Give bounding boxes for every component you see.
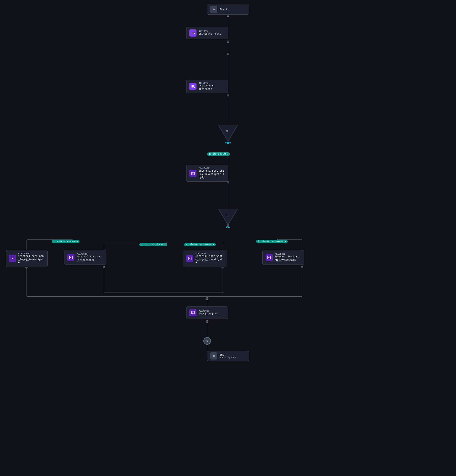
utility2-icon — [189, 83, 197, 90]
playbook-win2-name: internal_host_winrm_investigate — [275, 255, 301, 262]
utility1-name: enumerate hosts — [199, 33, 221, 36]
svg-point-31 — [227, 94, 229, 96]
playbook-win1-labels: PLAYBOOK internal_host_winrm_log4j_inves… — [195, 252, 224, 264]
badge-unix2[interactable]: 1: unix_or_unknown ▼ — [139, 243, 167, 246]
badge-hosts-exist-arrow: ▼ — [227, 153, 228, 155]
start-icon — [210, 6, 217, 13]
start-label: Start — [219, 8, 228, 11]
playbook-respond-node[interactable]: PLAYBOOK log4j_respond — [186, 306, 228, 319]
svg-point-33 — [225, 142, 226, 144]
filter2-dot1 — [226, 227, 227, 228]
playbook-respond-labels: PLAYBOOK log4j_respond — [199, 310, 218, 316]
filter1-node[interactable]: ⊟ — [218, 125, 238, 142]
utility2-labels: UTILITY create host artifacts — [199, 82, 225, 91]
playbook-ssh2-node[interactable]: PLAYBOOK internal_host_ssh_investigate — [64, 250, 106, 265]
playbook-ssh1-node[interactable]: PLAYBOOK internal_host_ssh_log4j_investi… — [6, 250, 48, 267]
svg-point-51 — [194, 87, 195, 88]
playbook-ssh1-labels: PLAYBOOK internal_host_ssh_log4j_investi… — [18, 252, 44, 264]
playbook-ssh1-type: PLAYBOOK — [18, 252, 44, 255]
playbook-ssh1-icon — [9, 255, 16, 262]
end-subtitle: Unconfigured — [219, 356, 236, 359]
playbook-win2-type: PLAYBOOK — [275, 253, 301, 255]
svg-point-39 — [103, 266, 105, 268]
badge-unix2-arrow: ▼ — [164, 244, 166, 246]
playbook-win2-labels: PLAYBOOK internal_host_winrm_investigate — [275, 253, 301, 262]
svg-point-34 — [227, 142, 229, 144]
playbook1-type: PLAYBOOK — [199, 167, 225, 170]
utility2-type: UTILITY — [199, 82, 225, 84]
badge-hosts-exist[interactable]: 1: hosts_exist ▼ — [207, 153, 230, 156]
start-node[interactable]: Start — [207, 4, 249, 15]
svg-point-29 — [227, 41, 229, 43]
playbook-win1-icon — [186, 255, 193, 262]
badge-unix1[interactable]: 1: unix_or_unknown ▼ — [52, 240, 79, 243]
utility1-icon — [189, 29, 197, 36]
filter1-icon: ⊟ — [226, 129, 228, 134]
utility2-name: create host artifacts — [199, 84, 225, 91]
utility2-node[interactable]: UTILITY create host artifacts — [186, 80, 228, 93]
playbook-win1-node[interactable]: PLAYBOOK internal_host_winrm_log4j_inves… — [183, 250, 227, 267]
badge-win1[interactable]: 2: windows_or_unknown ▼ — [184, 243, 216, 246]
playbook-win2-node[interactable]: PLAYBOOK internal_host_winrm_investigate — [262, 250, 304, 265]
playbook1-icon — [189, 170, 197, 177]
badge-unix2-label: 1: unix_or_unknown — [141, 243, 164, 246]
playbook-win2-icon — [265, 254, 273, 261]
utility1-node[interactable]: UTILITY enumerate hosts — [186, 27, 228, 39]
playbook-ssh1-name: internal_host_ssh_log4j_investigate — [18, 255, 44, 264]
svg-rect-44 — [191, 32, 194, 32]
badge-unix1-arrow: ▼ — [77, 240, 78, 242]
end-label: End — [219, 353, 236, 356]
playbook-respond-name: log4j_respond — [199, 312, 218, 316]
end-x-icon: ✕ — [203, 337, 211, 345]
svg-point-41 — [301, 266, 303, 268]
end-labels: End Unconfigured — [219, 353, 236, 359]
playbook-ssh2-icon — [67, 254, 75, 261]
svg-point-30 — [227, 53, 229, 55]
filter2-dot2 — [228, 227, 230, 228]
badge-unix1-label: 1: unix_or_unknown — [53, 240, 76, 243]
svg-point-35 — [230, 142, 231, 144]
playbook1-labels: PLAYBOOK internal_host_splunk_investigat… — [199, 167, 225, 179]
svg-point-43 — [206, 321, 208, 323]
svg-point-32 — [227, 142, 229, 144]
playbook1-node[interactable]: PLAYBOOK internal_host_splunk_investigat… — [186, 165, 228, 182]
playbook-win1-type: PLAYBOOK — [195, 252, 224, 255]
filter2-node[interactable]: ⊟ — [218, 209, 238, 225]
playbook-ssh2-name: internal_host_ssh_investigate — [76, 255, 103, 262]
svg-rect-48 — [191, 85, 194, 86]
svg-point-42 — [206, 298, 208, 300]
playbook1-name: internal_host_splunk_investigate_log4j — [199, 170, 225, 179]
badge-win1-arrow: ▼ — [213, 244, 214, 246]
badge-win1-label: 2: windows_or_unknown — [186, 243, 212, 246]
badge-hosts-exist-label: 1: hosts_exist — [209, 153, 226, 155]
svg-point-28 — [227, 15, 229, 17]
end-icon — [210, 352, 217, 359]
playbook-respond-type: PLAYBOOK — [199, 310, 218, 312]
svg-rect-58 — [213, 355, 215, 357]
connector-lines — [0, 0, 456, 476]
badge-win2[interactable]: 2: windows_or_unknown ▼ — [256, 240, 288, 243]
badge-win2-arrow: ▼ — [285, 240, 286, 242]
utility1-labels: UTILITY enumerate hosts — [199, 30, 221, 36]
playbook-win1-name: internal_host_winrm_log4j_investigate — [195, 255, 224, 264]
svg-rect-49 — [191, 86, 194, 87]
playbook-ssh2-type: PLAYBOOK — [76, 253, 103, 255]
playbook-ssh2-labels: PLAYBOOK internal_host_ssh_investigate — [76, 253, 103, 262]
svg-rect-45 — [191, 33, 194, 33]
filter2-icon: ⊟ — [226, 212, 228, 217]
utility1-type: UTILITY — [199, 30, 221, 33]
badge-win2-label: 2: windows_or_unknown — [258, 240, 284, 243]
workflow-canvas: Start UTILITY enumerate hosts — [0, 0, 456, 476]
playbook-respond-icon — [189, 309, 197, 316]
end-marker: ✕ — [203, 337, 211, 345]
end-node[interactable]: End Unconfigured — [207, 351, 249, 361]
svg-point-47 — [194, 33, 195, 34]
